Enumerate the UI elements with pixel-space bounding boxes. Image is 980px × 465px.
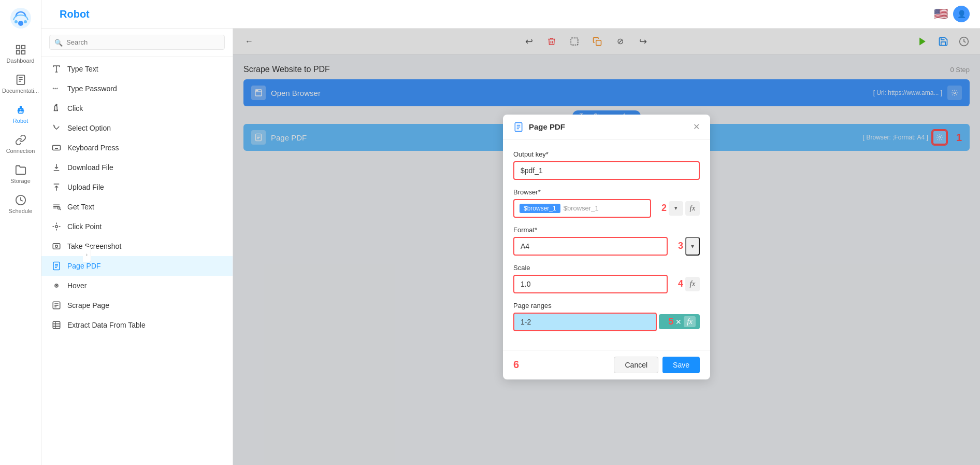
output-key-input[interactable]: [513, 161, 700, 180]
search-box: 🔍: [41, 29, 233, 57]
browser-placeholder: $browser_1: [564, 204, 599, 212]
component-get-text[interactable]: Get Text: [41, 197, 233, 217]
svg-point-1: [18, 21, 23, 26]
page-pdf-modal: Page PDF ✕ Output key* Browser*: [503, 115, 710, 379]
scale-input[interactable]: [513, 275, 668, 293]
select-icon: [52, 123, 61, 133]
main-area: Robot 🇺🇸 👤 › 🔍 Type Text: [41, 0, 980, 465]
svg-rect-7: [21, 51, 24, 54]
svg-line-21: [53, 125, 55, 126]
scale-number: 4: [671, 278, 683, 289]
component-hover[interactable]: Hover: [41, 276, 233, 295]
app-title: Robot: [60, 8, 90, 20]
sidebar-item-documentation[interactable]: Documentati...: [0, 69, 41, 99]
browser-group: Browser* $browser_1 $browser_1 2 ▾ fx: [513, 188, 700, 218]
format-row: 3 ▾: [513, 237, 700, 256]
browser-fx-button[interactable]: fx: [685, 201, 700, 216]
search-icon: 🔍: [54, 38, 63, 46]
svg-point-31: [57, 207, 60, 209]
sidebar-item-robot[interactable]: Robot: [0, 99, 41, 129]
search-input[interactable]: [49, 35, 225, 50]
browser-label: Browser*: [513, 188, 700, 196]
scrape-icon: [52, 301, 61, 310]
header-right: 🇺🇸 👤: [934, 6, 970, 22]
svg-point-2: [15, 20, 18, 23]
component-list: Type Text *** Type Password Click Select…: [41, 57, 233, 465]
sidebar-item-dashboard[interactable]: Dashboard: [0, 39, 41, 69]
format-input[interactable]: [513, 237, 668, 256]
modal-footer: 6 Cancel Save: [503, 350, 710, 379]
svg-rect-5: [21, 46, 24, 49]
password-icon: ***: [52, 84, 61, 93]
save-modal-button[interactable]: Save: [662, 357, 700, 373]
page-ranges-input[interactable]: [513, 313, 657, 331]
svg-point-15: [20, 106, 21, 108]
svg-point-13: [19, 110, 20, 111]
pdf-icon: [52, 261, 61, 271]
canvas-area: ← ↩ ⊘ ↪: [233, 29, 980, 465]
component-take-screenshot[interactable]: Take Screenshot: [41, 236, 233, 256]
type-icon: [52, 64, 61, 74]
page-ranges-label: Page ranges: [513, 302, 700, 309]
svg-text:***: ***: [53, 87, 59, 92]
sidebar-item-connection[interactable]: Connection: [0, 129, 41, 159]
svg-rect-47: [53, 321, 60, 329]
svg-point-20: [56, 104, 57, 105]
modal-title: Page PDF: [529, 122, 565, 131]
scale-group: Scale 4 fx: [513, 264, 700, 293]
cancel-button[interactable]: Cancel: [614, 357, 658, 373]
browser-dropdown-button[interactable]: ▾: [669, 201, 683, 216]
modal-overlay: Page PDF ✕ Output key* Browser*: [233, 29, 980, 465]
component-page-pdf[interactable]: Page PDF: [41, 256, 233, 276]
component-click[interactable]: Click: [41, 98, 233, 118]
svg-rect-38: [53, 244, 60, 249]
modal-close-button[interactable]: ✕: [693, 122, 700, 132]
content-area: › 🔍 Type Text *** Type Password: [41, 29, 980, 465]
svg-point-14: [21, 110, 22, 111]
scale-field-right: 4 fx: [671, 277, 700, 291]
component-upload-file[interactable]: Upload File: [41, 177, 233, 197]
flag-icon: 🇺🇸: [934, 7, 948, 21]
modal-header: Page PDF ✕: [503, 115, 710, 140]
svg-point-42: [56, 285, 57, 286]
browser-tag: $browser_1: [520, 204, 560, 213]
format-group: Format* 3 ▾: [513, 226, 700, 256]
modal-pdf-icon: [513, 122, 524, 132]
svg-point-3: [24, 20, 27, 23]
hover-icon: [52, 281, 61, 290]
page-ranges-clear[interactable]: ✕: [675, 318, 682, 326]
upload-icon: [52, 182, 61, 192]
output-key-label: Output key*: [513, 150, 700, 158]
browser-field[interactable]: $browser_1 $browser_1: [513, 199, 651, 218]
left-panel: › 🔍 Type Text *** Type Password: [41, 29, 233, 465]
table-icon: [52, 320, 61, 330]
component-click-point[interactable]: Click Point: [41, 217, 233, 236]
component-keyboard-press[interactable]: Keyboard Press: [41, 138, 233, 158]
component-scrape-page[interactable]: Scrape Page: [41, 295, 233, 315]
format-field-right: 3 ▾: [671, 237, 700, 256]
component-extract-data[interactable]: Extract Data From Table: [41, 315, 233, 335]
component-select-option[interactable]: Select Option: [41, 118, 233, 138]
scale-label: Scale: [513, 264, 700, 272]
format-dropdown-button[interactable]: ▾: [685, 237, 700, 256]
sidebar-item-storage[interactable]: Storage: [0, 159, 41, 189]
svg-rect-6: [16, 51, 19, 54]
component-type-text[interactable]: Type Text: [41, 59, 233, 79]
save-number: 6: [513, 359, 519, 371]
page-ranges-fx-button[interactable]: fx: [684, 316, 696, 327]
component-type-password[interactable]: *** Type Password: [41, 79, 233, 98]
browser-field-right: 2 ▾ fx: [654, 201, 700, 216]
collapse-button[interactable]: ›: [83, 247, 91, 262]
browser-field-row: $browser_1 $browser_1 2 ▾ fx: [513, 199, 700, 218]
sidebar-item-schedule[interactable]: Schedule: [0, 189, 41, 219]
top-header: Robot 🇺🇸 👤: [41, 0, 980, 29]
scale-fx-button[interactable]: fx: [685, 277, 700, 291]
page-ranges-group: Page ranges 5 ✕ fx: [513, 302, 700, 331]
get-text-icon: [52, 202, 61, 212]
keyboard-icon: [52, 143, 61, 152]
user-avatar[interactable]: 👤: [953, 6, 970, 22]
screenshot-icon: [52, 242, 61, 251]
component-download-file[interactable]: Download File: [41, 158, 233, 177]
page-ranges-number: 5: [663, 316, 673, 327]
sidebar: Dashboard Documentati... Robot Connectio…: [0, 0, 41, 465]
